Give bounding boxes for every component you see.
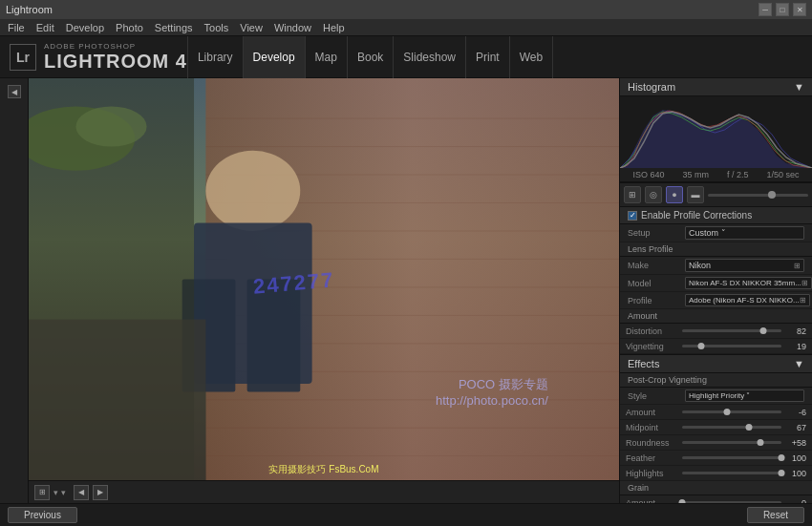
menu-photo[interactable]: Photo (116, 22, 143, 33)
enable-corrections-checkbox[interactable]: ✓ (628, 211, 637, 221)
make-dropdown[interactable]: Nikon ⊞ (685, 259, 804, 272)
model-row: Model Nikon AF-S DX NIKKOR 35mm... ⊞ (620, 275, 812, 292)
menu-view[interactable]: View (240, 22, 263, 33)
grain-amount-row: Amount 0 (620, 495, 812, 503)
tab-develop[interactable]: Develop (244, 36, 306, 78)
next-photo-btn[interactable]: ▶ (93, 485, 108, 500)
profile-dropdown[interactable]: Adobe (Nikon AF-S DX NIKKO... ⊞ (685, 294, 810, 306)
setup-label: Setup (628, 228, 685, 238)
style-value: Highlight Priority ˅ (689, 391, 750, 400)
redeye-tool[interactable]: ● (666, 186, 683, 203)
make-arrow: ⊞ (794, 262, 801, 270)
grain-amount-slider[interactable] (682, 501, 781, 503)
highlights-value: 100 (785, 469, 806, 478)
photo-area: 247277 POCO 摄影专题 http://photo.poco.cn/ 实… (29, 78, 619, 503)
effects-label: Effects (628, 358, 659, 369)
midpoint-row: Midpoint 67 (620, 420, 812, 435)
grad-filter-tool[interactable]: ▬ (687, 186, 704, 203)
roundness-value: +58 (785, 438, 806, 448)
histogram-arrow: ▼ (794, 81, 804, 93)
midpoint-value: 67 (785, 423, 806, 432)
effects-section: Effects ▼ Post-Crop Vignetting Style Hig… (620, 355, 812, 503)
title-bar: Lightroom ─ □ ✕ (0, 0, 812, 19)
feather-thumb[interactable] (779, 454, 785, 461)
highlights-thumb[interactable] (779, 470, 785, 476)
model-label: Model (628, 279, 685, 288)
tab-map[interactable]: Map (306, 36, 348, 78)
enable-corrections-label: Enable Profile Corrections (641, 210, 752, 221)
highlights-slider[interactable] (682, 472, 781, 474)
make-label: Make (628, 261, 685, 270)
aperture-value: f / 2.5 (727, 170, 749, 179)
product-label: LIGHTROOM 4 (44, 51, 187, 73)
roundness-thumb[interactable] (758, 439, 764, 446)
menu-edit[interactable]: Edit (36, 22, 54, 33)
menu-tools[interactable]: Tools (204, 22, 229, 33)
maximize-button[interactable]: □ (776, 3, 789, 16)
effects-header[interactable]: Effects ▼ (620, 355, 812, 373)
tab-web[interactable]: Web (510, 36, 553, 78)
close-button[interactable]: ✕ (793, 3, 806, 16)
menu-window[interactable]: Window (274, 22, 311, 33)
feather-row: Feather 100 (620, 451, 812, 466)
spot-heal-tool[interactable]: ◎ (645, 186, 662, 203)
photo-container: 247277 POCO 摄影专题 http://photo.poco.cn/ 实… (29, 78, 619, 480)
histogram-section: Histogram ▼ ISO 640 35 mm (620, 78, 812, 183)
crop-tool[interactable]: ⊞ (624, 186, 641, 203)
tab-slideshow[interactable]: Slideshow (394, 36, 466, 78)
effects-amount-thumb[interactable] (723, 409, 730, 415)
adobe-label: ADOBE PHOTOSHOP (44, 42, 187, 51)
setup-dropdown[interactable]: Custom ˅ (685, 226, 804, 240)
tab-print[interactable]: Print (466, 36, 510, 78)
filmstrip-toggle[interactable]: ⊞ (34, 485, 50, 500)
effects-amount-slider[interactable] (682, 410, 781, 413)
histogram-display (620, 96, 812, 168)
minimize-button[interactable]: ─ (759, 3, 772, 16)
menu-settings[interactable]: Settings (155, 22, 193, 33)
midpoint-slider[interactable] (682, 426, 781, 429)
tab-library[interactable]: Library (187, 36, 244, 78)
model-dropdown[interactable]: Nikon AF-S DX NIKKOR 35mm... ⊞ (685, 277, 812, 289)
left-panel: ◀ (0, 78, 29, 503)
feather-slider[interactable] (682, 456, 781, 459)
distortion-slider[interactable] (682, 329, 781, 332)
svg-rect-20 (29, 320, 205, 480)
vignetting-value: 19 (785, 342, 806, 351)
menu-file[interactable]: File (8, 22, 25, 33)
vignetting-label: Vignetting (626, 342, 678, 351)
prev-photo-btn[interactable]: ◀ (74, 485, 89, 500)
profile-value: Adobe (Nikon AF-S DX NIKKO... (689, 296, 800, 305)
vignetting-thumb[interactable] (697, 343, 704, 349)
grain-label: Grain (620, 481, 812, 495)
menu-develop[interactable]: Develop (66, 22, 104, 33)
reset-button[interactable]: Reset (747, 507, 804, 523)
tab-book[interactable]: Book (348, 36, 394, 78)
camera-info-bar: ISO 640 35 mm f / 2.5 1/50 sec (620, 168, 812, 182)
roundness-label: Roundness (626, 438, 678, 448)
photo-display: 247277 POCO 摄影专题 http://photo.poco.cn/ 实… (29, 78, 619, 480)
exposure-quick-slider[interactable] (708, 194, 808, 197)
menu-help[interactable]: Help (323, 22, 345, 33)
roundness-slider[interactable] (682, 441, 781, 444)
tool-row: ⊞ ◎ ● ▬ (620, 183, 812, 207)
profile-row: Profile Adobe (Nikon AF-S DX NIKKO... ⊞ (620, 292, 812, 309)
distortion-row: Distortion 82 (620, 324, 812, 339)
distortion-thumb[interactable] (760, 327, 767, 334)
style-dropdown[interactable]: Highlight Priority ˅ (685, 389, 804, 402)
histogram-header[interactable]: Histogram ▼ (620, 78, 812, 96)
main-area: ◀ (0, 78, 812, 503)
setup-row: Setup Custom ˅ (620, 224, 812, 242)
left-panel-toggle[interactable]: ◀ (8, 85, 21, 98)
nav-tabs: Library Develop Map Book Slideshow Print… (187, 36, 553, 78)
grain-amount-value: 0 (785, 498, 806, 504)
vignetting-slider[interactable] (682, 345, 781, 347)
previous-button[interactable]: Previous (8, 507, 77, 523)
grain-amount-thumb[interactable] (679, 499, 686, 503)
lr-badge: Lr (10, 44, 36, 71)
watermark-poco-text: POCO 摄影专题 (436, 376, 548, 393)
feather-label: Feather (626, 453, 678, 463)
watermark-url: http://photo.poco.cn/ (436, 393, 548, 408)
effects-amount-row: Amount -6 (620, 405, 812, 420)
midpoint-thumb[interactable] (745, 424, 752, 431)
view-mode-selector[interactable]: ▾ ▾ (53, 488, 66, 497)
